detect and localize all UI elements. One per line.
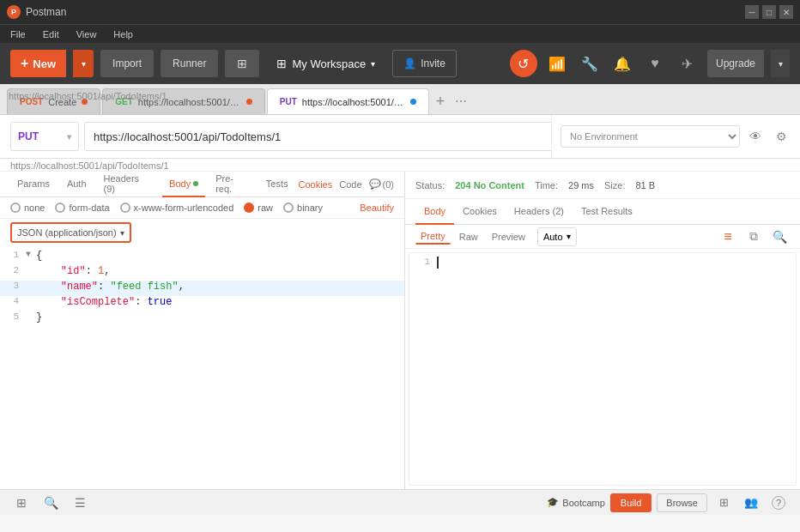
menu-file[interactable]: File bbox=[7, 27, 29, 41]
url-input[interactable] bbox=[84, 122, 626, 151]
option-binary[interactable]: binary bbox=[283, 203, 323, 213]
method-selector[interactable]: PUT ▾ bbox=[10, 122, 79, 151]
sidebar-icon: ☰ bbox=[75, 496, 86, 510]
option-raw[interactable]: raw bbox=[244, 203, 273, 213]
help-icon: ? bbox=[772, 496, 785, 510]
code-editor[interactable]: 1 ▼ { 2 "id": 1, 3 "name": "feed fish", … bbox=[0, 246, 404, 489]
tab-auth[interactable]: Auth bbox=[60, 172, 94, 197]
bootcamp-link[interactable]: 🎓 Bootcamp bbox=[547, 497, 605, 508]
option-urlencoded[interactable]: x-www-form-urlencoded bbox=[120, 203, 234, 213]
upgrade-arrow-button[interactable]: ▾ bbox=[771, 50, 790, 77]
upgrade-button[interactable]: Upgrade bbox=[707, 50, 764, 77]
tab-prereq[interactable]: Pre-req. bbox=[209, 172, 256, 197]
resp-tab-test-results[interactable]: Test Results bbox=[573, 199, 641, 225]
signal-icon: 📶 bbox=[548, 56, 566, 72]
resp-tab-headers[interactable]: Headers (2) bbox=[506, 199, 573, 225]
search-bottom-button[interactable]: 🔍 bbox=[39, 492, 62, 514]
method-chevron-icon: ▾ bbox=[67, 132, 71, 142]
title-bar-left: P Postman bbox=[7, 5, 66, 19]
send-icon-button[interactable]: ✈ bbox=[675, 51, 700, 76]
people-bottom-button[interactable]: 👥 bbox=[740, 492, 762, 514]
app-title: Postman bbox=[26, 6, 66, 18]
body-active-dot bbox=[193, 181, 198, 186]
help-bottom-button[interactable]: ? bbox=[767, 492, 790, 514]
comment-button[interactable]: 💬 (0) bbox=[369, 178, 394, 190]
size-label: Size: bbox=[604, 180, 625, 190]
resp-line-1: 1 bbox=[413, 257, 792, 272]
resp-tab-body[interactable]: Body bbox=[415, 199, 454, 225]
json-chevron-icon: ▾ bbox=[120, 228, 124, 238]
workspace-button[interactable]: ⊞ My Workspace ▾ bbox=[266, 50, 385, 77]
size-value: 81 B bbox=[635, 180, 655, 190]
invite-button[interactable]: 👤 Invite bbox=[392, 50, 457, 77]
code-line-1: 1 ▼ { bbox=[0, 250, 404, 265]
status-value: 204 No Content bbox=[455, 180, 524, 190]
main-content: Params Auth Headers (9) Body Pre-req. Te… bbox=[0, 172, 800, 489]
wrap-button[interactable]: ≡ bbox=[718, 227, 738, 247]
tab-headers[interactable]: Headers (9) bbox=[97, 172, 160, 197]
json-type-selector[interactable]: JSON (application/json) ▾ bbox=[10, 222, 131, 243]
format-chevron-icon: ▾ bbox=[567, 232, 571, 241]
response-toolbar-right: ≡ ⧉ 🔍 bbox=[718, 227, 790, 247]
search-response-button[interactable]: 🔍 bbox=[769, 227, 790, 247]
workspace-label: My Workspace bbox=[292, 57, 366, 70]
copy-button[interactable]: ⧉ bbox=[743, 227, 764, 247]
tab-body[interactable]: Body bbox=[162, 172, 205, 197]
import-button[interactable]: Import bbox=[100, 50, 154, 77]
sync-icon: ↺ bbox=[518, 56, 529, 72]
sync-button[interactable]: ↺ bbox=[510, 50, 537, 77]
collection-icon: ⊞ bbox=[16, 496, 27, 510]
layout-bottom-button[interactable]: ⊞ bbox=[712, 492, 735, 514]
runner-button[interactable]: Runner bbox=[161, 50, 218, 77]
environment-eye-button[interactable]: 👁 bbox=[745, 126, 766, 147]
cookies-link[interactable]: Cookies bbox=[299, 179, 333, 190]
resp-tab-cookies[interactable]: Cookies bbox=[454, 199, 506, 225]
menu-help[interactable]: Help bbox=[110, 27, 136, 41]
view-pretty-button[interactable]: Pretty bbox=[415, 229, 451, 245]
title-bar-controls[interactable]: ─ □ ✕ bbox=[745, 5, 793, 19]
tab-dot-get bbox=[246, 99, 252, 105]
build-button[interactable]: Build bbox=[610, 493, 652, 512]
app-logo: P bbox=[7, 5, 21, 19]
json-type-bar: JSON (application/json) ▾ bbox=[0, 219, 404, 246]
invite-label: Invite bbox=[421, 57, 445, 70]
heart-button[interactable]: ♥ bbox=[642, 51, 668, 76]
wrench-button[interactable]: 🔧 bbox=[577, 51, 603, 76]
json-type-label: JSON (application/json) bbox=[17, 227, 117, 238]
format-selector[interactable]: Auto ▾ bbox=[537, 227, 577, 246]
option-none[interactable]: none bbox=[10, 203, 45, 213]
people-icon: 👥 bbox=[744, 496, 758, 509]
browse-button[interactable]: Browse bbox=[657, 493, 707, 512]
bell-button[interactable]: 🔔 bbox=[609, 51, 635, 76]
minimize-button[interactable]: ─ bbox=[745, 5, 759, 19]
layout-icon: ⊞ bbox=[719, 496, 729, 509]
new-button[interactable]: + New bbox=[10, 50, 66, 77]
sidebar-toggle-button[interactable]: ☰ bbox=[69, 492, 91, 514]
beautify-button[interactable]: Beautify bbox=[360, 203, 394, 213]
environment-gear-button[interactable]: ⚙ bbox=[771, 126, 791, 147]
tab-tests[interactable]: Tests bbox=[259, 172, 295, 197]
workspace-chevron-icon: ▾ bbox=[371, 59, 375, 69]
menu-view[interactable]: View bbox=[73, 27, 100, 41]
option-form-data[interactable]: form-data bbox=[55, 203, 109, 213]
format-label: Auto bbox=[543, 232, 563, 242]
signal-button[interactable]: 📶 bbox=[544, 51, 570, 76]
gear-icon: ⚙ bbox=[776, 130, 787, 143]
maximize-button[interactable]: □ bbox=[762, 5, 776, 19]
environment-select[interactable]: No Environment bbox=[561, 125, 740, 148]
paper-plane-icon: ✈ bbox=[682, 56, 693, 72]
new-button-arrow[interactable]: ▾ bbox=[73, 50, 94, 77]
tab-params[interactable]: Params bbox=[10, 172, 57, 197]
right-panel: Status: 204 No Content Time: 29 ms Size:… bbox=[405, 172, 800, 489]
close-button[interactable]: ✕ bbox=[779, 5, 793, 19]
code-link[interactable]: Code bbox=[339, 179, 361, 190]
layout-button[interactable]: ⊞ bbox=[225, 50, 259, 77]
more-tabs-button[interactable]: ⋯ bbox=[450, 88, 472, 114]
tab-put[interactable]: PUT https://localhost:5001/api/Ti... bbox=[267, 88, 429, 114]
view-raw-button[interactable]: Raw bbox=[454, 230, 483, 244]
view-preview-button[interactable]: Preview bbox=[487, 230, 530, 244]
response-status-bar: Status: 204 No Content Time: 29 ms Size:… bbox=[405, 172, 800, 199]
add-tab-button[interactable]: + bbox=[431, 88, 451, 114]
menu-edit[interactable]: Edit bbox=[39, 27, 63, 41]
collection-runner-icon-button[interactable]: ⊞ bbox=[10, 492, 33, 514]
